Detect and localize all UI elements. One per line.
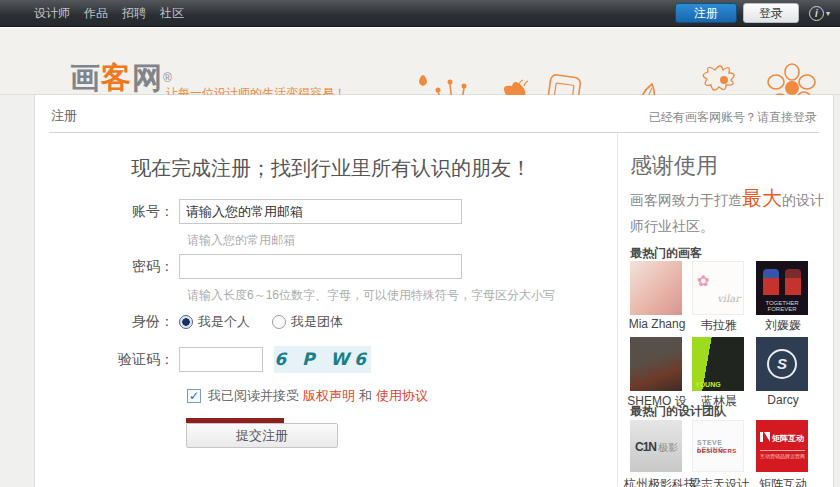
radio-individual-label[interactable]: 我是个人 (198, 313, 250, 331)
nav-item-designers[interactable]: 设计师 (34, 5, 70, 22)
team-logo-matrix[interactable]: 矩阵互动 互动营销品牌运营商 (756, 420, 808, 472)
team-logo-gin[interactable]: C1N 极影 (630, 420, 682, 472)
team-logo-sub-text: DESIGNERS (697, 448, 737, 454)
team-name[interactable]: 杭州极影科技 (624, 476, 690, 487)
user-avatar-darcy[interactable]: S (756, 337, 808, 391)
avatar-figures (763, 269, 801, 297)
avatar-script-text: vilar (717, 293, 740, 304)
chevron-down-icon: ▾ (826, 9, 830, 18)
submit-registration-button[interactable]: 提交注册 (186, 423, 338, 448)
info-menu[interactable]: i ▾ (809, 6, 830, 21)
user-avatar-weilaya[interactable]: ✿ vilar (692, 261, 744, 315)
form-heading: 现在完成注册；找到行业里所有认识的朋友！ (131, 155, 531, 182)
radio-organization-label[interactable]: 我是团体 (291, 313, 343, 331)
team-logo-text: C1N (635, 440, 656, 454)
team-logo-steve-leung[interactable]: STEVE LEUNG DESIGNERS (692, 420, 744, 472)
user-avatar-liuyuanyuan[interactable]: TOGETHER FOREVER (756, 261, 808, 315)
team-logo-text: 矩阵互动 (772, 433, 804, 444)
registration-form: 现在完成注册；找到行业里所有认识的朋友！ 账号： 请输入您的常用邮箱 密码： 请… (35, 133, 617, 487)
password-row: 密码： (35, 254, 462, 279)
password-input[interactable] (179, 254, 462, 279)
sidebar-intro: 画客网致力于打造最大的设计师行业社区。 (630, 185, 830, 239)
registered-trademark-icon: ® (163, 71, 173, 85)
identity-label: 身份： (35, 313, 179, 331)
user-name[interactable]: 刘媛媛 (750, 317, 816, 334)
site-logo[interactable]: 画客网® (70, 63, 173, 93)
intro-emphasis: 最大 (742, 187, 782, 209)
logo-char-ke: 客 (101, 61, 132, 94)
user-name[interactable]: Darcy (750, 393, 816, 407)
radio-individual[interactable] (179, 315, 193, 329)
nav-item-community[interactable]: 社区 (160, 5, 184, 22)
hot-teams-heading: 最热门的设计团队 (630, 403, 726, 420)
captcha-input[interactable] (179, 347, 263, 372)
captcha-label: 验证码： (35, 351, 179, 369)
account-row: 账号： (35, 199, 462, 224)
identity-row: 身份： 我是个人 我是团体 (35, 313, 365, 331)
register-button[interactable]: 注册 (675, 3, 737, 23)
top-navigation-bar: 设计师 作品 招聘 社区 注册 登录 i ▾ (0, 0, 840, 27)
account-input[interactable] (179, 199, 462, 224)
top-actions: 注册 登录 i ▾ (675, 3, 830, 23)
copyright-statement-link[interactable]: 版权声明 (303, 387, 355, 405)
avatar-tiny-text: TOGETHER FOREVER (756, 300, 808, 312)
account-help-text: 请输入您的常用邮箱 (187, 232, 295, 249)
existing-account-login-link[interactable]: 已经有画客网账号？请直接登录 (649, 109, 817, 126)
team-logo-side-text: 极影 (658, 441, 678, 455)
registration-page: 设计师 作品 招聘 社区 注册 登录 i ▾ 画客网® www.huakewan… (0, 0, 840, 487)
team-logo-sub-text: 互动营销品牌运营商 (760, 450, 805, 459)
radio-organization[interactable] (272, 315, 286, 329)
user-avatar-shemo[interactable] (630, 337, 682, 391)
agreement-checkbox[interactable]: ✓ (187, 389, 201, 403)
thanks-sidebar: 感谢使用 画客网致力于打造最大的设计师行业社区。 最热门的画客 ✿ vilar … (617, 133, 835, 487)
terms-of-use-link[interactable]: 使用协议 (376, 387, 428, 405)
agreement-text: 我已阅读并接受 (208, 387, 299, 405)
team-name[interactable]: 梁志天设计 (686, 476, 752, 487)
user-name[interactable]: 韦拉雅 (686, 317, 752, 334)
user-name[interactable]: Mia Zhang (624, 317, 690, 331)
avatar-tiny-text: YOUNG (695, 381, 721, 388)
hot-users-heading: 最热门的画客 (630, 245, 702, 262)
user-avatar-lanlinchen[interactable]: YOUNG (692, 337, 744, 391)
nav-item-jobs[interactable]: 招聘 (122, 5, 146, 22)
user-avatar-mia-zhang[interactable] (630, 261, 682, 315)
top-nav-links: 设计师 作品 招聘 社区 (34, 5, 184, 22)
team-name[interactable]: 矩阵互动 (750, 476, 816, 487)
breadcrumb: 注册 (51, 107, 77, 125)
captcha-row: 验证码： 6 P W6 (35, 347, 263, 372)
intro-pre: 画客网致力于打造 (630, 192, 742, 208)
site-header: 画客网® www.huakewang.com 让每一位设计师的生活变得容易！ (0, 28, 840, 95)
agreement-row: ✓ 我已阅读并接受 版权声明 和 使用协议 (187, 387, 432, 405)
main-panel: 注册 已经有画客网账号？请直接登录 现在完成注册；找到行业里所有认识的朋友！ 账… (34, 95, 834, 487)
captcha-image[interactable]: 6 P W6 (274, 346, 371, 373)
logo-char-wang: 网 (132, 61, 163, 94)
circle-s-logo-icon: S (767, 349, 797, 379)
login-button[interactable]: 登录 (743, 3, 799, 23)
password-help-text: 请输入长度6～16位数字、字母，可以使用特殊符号，字母区分大小写 (187, 287, 555, 304)
flower-icon: ✿ (697, 272, 710, 290)
sidebar-heading: 感谢使用 (630, 151, 718, 181)
info-icon[interactable]: i (809, 6, 824, 21)
agreement-and-text: 和 (359, 387, 372, 405)
nav-item-works[interactable]: 作品 (84, 5, 108, 22)
account-label: 账号： (35, 203, 179, 221)
logo-char-hua: 画 (70, 61, 101, 94)
matrix-m-icon (760, 432, 769, 442)
breadcrumb-row: 注册 已经有画客网账号？请直接登录 (35, 95, 833, 133)
password-label: 密码： (35, 258, 179, 276)
